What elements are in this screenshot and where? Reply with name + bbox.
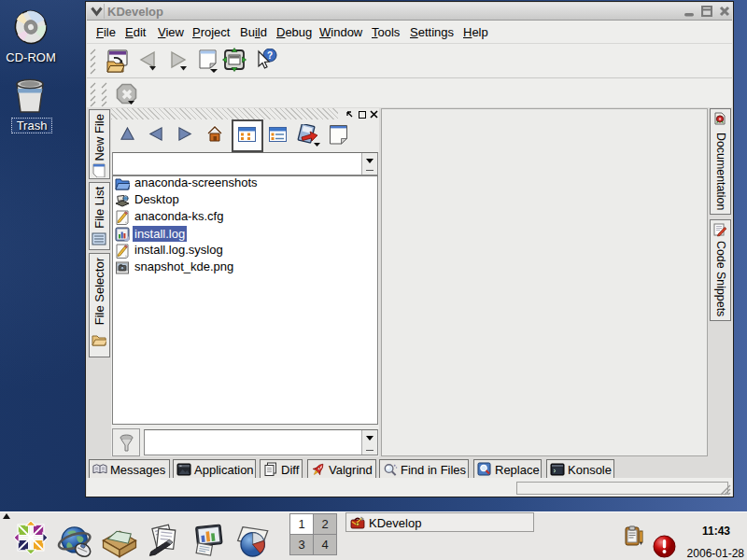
svg-text:?: ? (267, 50, 273, 61)
